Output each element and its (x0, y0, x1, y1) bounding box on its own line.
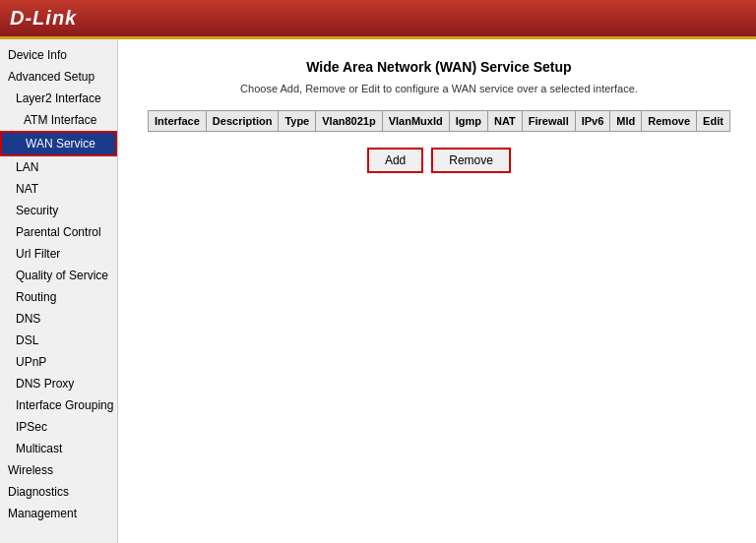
sidebar-item-upnp[interactable]: UPnP (0, 351, 117, 373)
col-header-type: Type (279, 111, 316, 132)
dlink-logo: D-Link (10, 7, 77, 30)
col-header-igmp: Igmp (449, 111, 487, 132)
col-header-mld: Mld (610, 111, 642, 132)
sidebar-item-routing[interactable]: Routing (0, 286, 117, 308)
sidebar-item-url-filter[interactable]: Url Filter (0, 243, 117, 265)
sidebar: Device InfoAdvanced SetupLayer2 Interfac… (0, 39, 118, 543)
col-header-ipv6: IPv6 (575, 111, 610, 132)
header: D-Link (0, 0, 756, 39)
action-buttons: Add Remove (148, 148, 730, 173)
sidebar-item-wireless[interactable]: Wireless (0, 459, 117, 481)
main-layout: Device InfoAdvanced SetupLayer2 Interfac… (0, 39, 756, 543)
sidebar-item-ipsec[interactable]: IPSec (0, 416, 117, 438)
col-header-nat: NAT (487, 111, 522, 132)
sidebar-item-atm-interface[interactable]: ATM Interface (0, 109, 117, 131)
sidebar-item-dns[interactable]: DNS (0, 308, 117, 330)
sidebar-item-dns-proxy[interactable]: DNS Proxy (0, 373, 117, 394)
sidebar-item-interface-grouping[interactable]: Interface Grouping (0, 394, 117, 416)
col-header-vlan8021p: Vlan8021p (316, 111, 382, 132)
sidebar-item-quality-of-service[interactable]: Quality of Service (0, 265, 117, 286)
add-button[interactable]: Add (367, 148, 423, 173)
page-description: Choose Add, Remove or Edit to configure … (148, 83, 730, 94)
page-title: Wide Area Network (WAN) Service Setup (148, 59, 730, 75)
sidebar-item-advanced-setup[interactable]: Advanced Setup (0, 66, 117, 88)
sidebar-item-nat[interactable]: NAT (0, 178, 117, 200)
sidebar-item-lan[interactable]: LAN (0, 156, 117, 178)
sidebar-item-dsl[interactable]: DSL (0, 330, 117, 351)
sidebar-item-parental-control[interactable]: Parental Control (0, 221, 117, 243)
sidebar-item-multicast[interactable]: Multicast (0, 438, 117, 459)
content-area: Wide Area Network (WAN) Service Setup Ch… (118, 39, 756, 543)
col-header-firewall: Firewall (522, 111, 575, 132)
col-header-interface: Interface (149, 111, 207, 132)
sidebar-item-layer2-interface[interactable]: Layer2 Interface (0, 88, 117, 109)
sidebar-item-wan-service[interactable]: WAN Service (0, 131, 117, 156)
col-header-vlanmuxid: VlanMuxId (382, 111, 449, 132)
wan-table: InterfaceDescriptionTypeVlan8021pVlanMux… (148, 110, 730, 132)
sidebar-item-security[interactable]: Security (0, 200, 117, 221)
sidebar-item-device-info[interactable]: Device Info (0, 44, 117, 66)
col-header-description: Description (206, 111, 279, 132)
col-header-remove: Remove (642, 111, 697, 132)
sidebar-item-management[interactable]: Management (0, 503, 117, 524)
sidebar-item-diagnostics[interactable]: Diagnostics (0, 481, 117, 503)
col-header-edit: Edit (697, 111, 730, 132)
remove-button[interactable]: Remove (431, 148, 511, 173)
